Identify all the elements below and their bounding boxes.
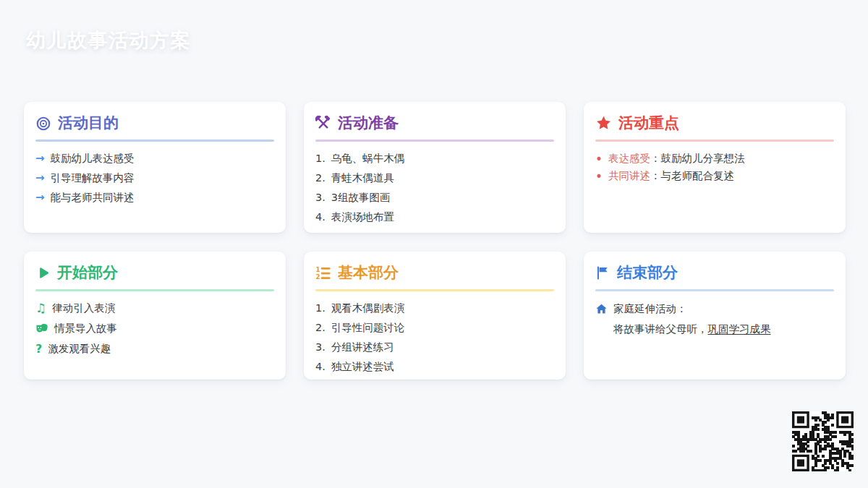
theater-masks-icon (35, 322, 48, 335)
card-opening-section: 开始部分 ♫ 律动引入表演 (24, 252, 286, 380)
card-divider (595, 289, 834, 291)
list-item-text: 分组讲述练习 (331, 342, 394, 353)
card-grid: 活动目的 → 鼓励幼儿表达感受 → 引导理解故事内容 → 能与老师共同讲述 (24, 102, 846, 380)
list-item-text: 青蛙木偶道具 (331, 173, 394, 184)
card-activity-purpose: 活动目的 → 鼓励幼儿表达感受 → 引导理解故事内容 → 能与老师共同讲述 (24, 102, 286, 233)
underlined-text: 巩固学习成果 (708, 323, 771, 335)
list-item-text: 3组故事图画 (331, 192, 391, 203)
list-item: • 共同讲述：与老师配合复述 (595, 171, 834, 181)
tools-icon (315, 116, 331, 132)
list-item-text: 家庭延伸活动： (613, 304, 687, 314)
card-title: 结束部分 (617, 265, 678, 281)
card-divider (35, 289, 274, 291)
arrow-icon: → (35, 173, 45, 184)
card-closing-section: 结束部分 家庭延伸活动： 将故事讲给父母听，巩固学习成果 (584, 252, 846, 380)
card-main-section: 1 2 基本部分 1. 观看木偶剧表演 2. 引导性问题讨论 (304, 252, 566, 380)
list-item-text: 鼓励幼儿表达感受 (51, 153, 135, 164)
focus-desc: ：与老师配合复述 (650, 170, 734, 181)
list-item-text: 表演场地布置 (331, 212, 394, 223)
list-item: 家庭延伸活动： (595, 303, 834, 315)
bullet-icon: • (595, 173, 603, 180)
list-item-text: 观看木偶剧表演 (331, 303, 405, 314)
list-item: 1. 观看木偶剧表演 (315, 303, 554, 314)
card-divider (35, 140, 274, 142)
home-icon (595, 303, 608, 315)
list-item: 情景导入故事 (35, 322, 274, 335)
list-item: → 引导理解故事内容 (35, 173, 274, 184)
list-item-text: 情景导入故事 (54, 323, 117, 334)
arrow-icon: → (35, 153, 45, 164)
list-item-text: 乌龟、蜗牛木偶 (331, 153, 405, 164)
numbered-list-icon: 1 2 (315, 265, 331, 281)
music-note-icon: ♫ (35, 303, 46, 314)
list-item-text: 引导理解故事内容 (51, 173, 135, 184)
list-item-text: 表达感受：鼓励幼儿分享想法 (608, 153, 745, 164)
card-header: 开始部分 (35, 265, 274, 281)
list-item: 2. 青蛙木偶道具 (315, 173, 554, 184)
star-icon (595, 115, 612, 132)
list-item: → 能与老师共同讲述 (35, 192, 274, 203)
svg-text:2: 2 (315, 273, 320, 281)
home-activity-text: 将故事讲给父母听， (613, 323, 708, 335)
list-item-text: 激发观看兴趣 (48, 343, 111, 354)
list-item: ? 激发观看兴趣 (35, 343, 274, 354)
play-icon (35, 265, 51, 281)
list-item-text: 共同讲述：与老师配合复述 (608, 171, 734, 181)
qr-code (792, 411, 854, 471)
card-header: 活动目的 (35, 115, 274, 132)
card-header: 活动重点 (595, 115, 834, 132)
list-item-text: 能与老师共同讲述 (51, 192, 135, 203)
card-header: 活动准备 (315, 115, 554, 132)
card-divider (315, 289, 554, 291)
list-item: • 表达感受：鼓励幼儿分享想法 (595, 153, 834, 164)
flag-icon (595, 265, 610, 281)
card-activity-preparation: 活动准备 1. 乌龟、蜗牛木偶 2. 青蛙木偶道具 3. 3组故事图画 4. 表… (304, 102, 566, 233)
card-title: 开始部分 (57, 265, 118, 281)
card-title: 活动重点 (618, 115, 679, 132)
card-title: 活动目的 (58, 115, 119, 132)
list-item-continuation: 将故事讲给父母听，巩固学习成果 (613, 324, 834, 335)
card-divider (315, 140, 554, 142)
list-item: → 鼓励幼儿表达感受 (35, 153, 274, 164)
list-item-text: 引导性问题讨论 (331, 322, 405, 333)
focus-term: 共同讲述 (608, 170, 650, 181)
question-icon: ? (35, 343, 42, 354)
focus-term: 表达感受 (608, 153, 650, 164)
bullseye-icon (35, 116, 51, 132)
bullet-icon: • (595, 155, 603, 163)
list-item: 1. 乌龟、蜗牛木偶 (315, 153, 554, 164)
card-activity-focus: 活动重点 • 表达感受：鼓励幼儿分享想法 • 共同讲述：与老师配合复述 (584, 102, 846, 233)
card-header: 结束部分 (595, 265, 834, 281)
list-item: 3. 3组故事图画 (315, 192, 554, 203)
list-item: 4. 表演场地布置 (315, 212, 554, 223)
arrow-icon: → (35, 192, 45, 203)
list-item: 3. 分组讲述练习 (315, 342, 554, 353)
list-item: 2. 引导性问题讨论 (315, 322, 554, 333)
list-item-text: 独立讲述尝试 (331, 361, 394, 372)
page-title: 幼儿故事活动方案 (26, 27, 191, 53)
card-title: 活动准备 (338, 115, 399, 132)
card-title: 基本部分 (338, 265, 399, 281)
svg-text:1: 1 (315, 265, 320, 273)
card-header: 1 2 基本部分 (315, 265, 554, 281)
focus-desc: ：鼓励幼儿分享想法 (650, 153, 745, 164)
list-item: ♫ 律动引入表演 (35, 303, 274, 314)
list-item-text: 律动引入表演 (52, 303, 115, 314)
list-item: 4. 独立讲述尝试 (315, 361, 554, 372)
card-divider (595, 140, 834, 142)
